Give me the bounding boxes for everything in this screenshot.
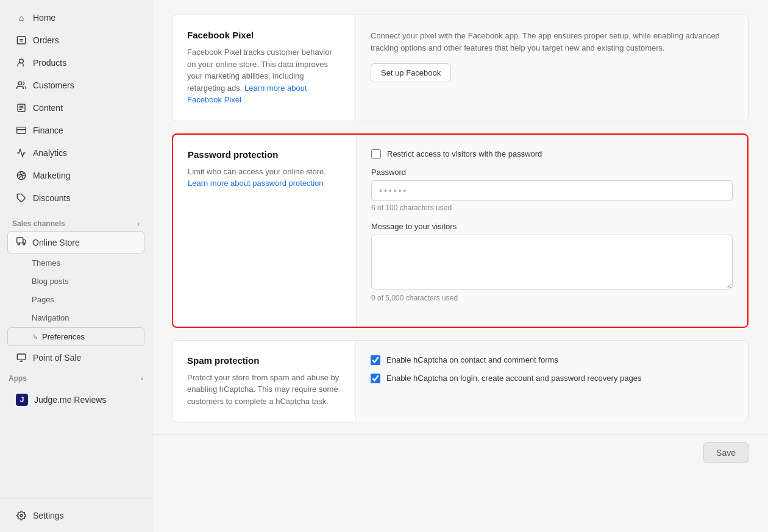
sidebar-item-label: Finance (33, 126, 63, 135)
analytics-icon (16, 147, 27, 158)
sidebar-item-judgeme[interactable]: J Judge.me Reviews (7, 388, 144, 411)
sidebar-item-home[interactable]: ⌂ Home (7, 7, 144, 29)
sidebar-item-label: Products (33, 58, 66, 68)
online-store-icon (16, 236, 26, 248)
content-icon (16, 102, 27, 113)
restrict-access-checkbox[interactable] (371, 149, 381, 159)
sidebar-item-products[interactable]: Products (7, 52, 144, 74)
password-form-group: Password 6 of 100 characters used (371, 168, 733, 212)
sidebar-sub-themes[interactable]: Themes (7, 254, 144, 272)
password-input[interactable] (371, 180, 733, 201)
facebook-pixel-card: Facebook Pixel Facebook Pixel tracks cus… (172, 15, 748, 121)
online-store-label: Online Store (32, 238, 80, 247)
products-icon (16, 57, 27, 68)
sidebar-sub-pages[interactable]: Pages (7, 291, 144, 308)
svg-marker-14 (23, 239, 26, 243)
password-protection-left: Password protection Limit who can access… (173, 135, 356, 327)
svg-rect-13 (17, 238, 23, 243)
facebook-pixel-title: Facebook Pixel (187, 30, 341, 40)
sidebar-item-customers[interactable]: Customers (7, 74, 144, 96)
facebook-pixel-left: Facebook Pixel Facebook Pixel tracks cus… (172, 15, 355, 121)
home-icon: ⌂ (16, 12, 27, 23)
sidebar-item-label: Home (33, 13, 55, 23)
discounts-icon (16, 193, 27, 204)
sidebar-item-label: Marketing (33, 171, 70, 180)
svg-rect-17 (17, 354, 25, 360)
sidebar-item-content[interactable]: Content (7, 97, 144, 119)
sidebar-sub-preferences[interactable]: ↳ Preferences (7, 327, 144, 346)
svg-rect-0 (17, 37, 25, 44)
spam-protection-card: Spam protection Protect your store from … (172, 340, 748, 423)
sidebar-sub-blog-posts[interactable]: Blog posts (7, 272, 144, 290)
svg-point-20 (20, 514, 23, 517)
save-bar: Save (152, 434, 768, 470)
hcaptcha-login-label[interactable]: Enable hCaptcha on login, create account… (386, 374, 641, 383)
hcaptcha-contact-checkbox[interactable] (371, 355, 380, 365)
password-protection-card: Password protection Limit who can access… (172, 133, 748, 328)
marketing-icon (16, 170, 27, 181)
sidebar-item-discounts[interactable]: Discounts (7, 187, 144, 209)
password-protection-link[interactable]: Learn more about password protection (188, 179, 324, 188)
hcaptcha-contact-row: Enable hCaptcha on contact and comment f… (371, 355, 733, 365)
sales-channels-expand-icon[interactable]: › (137, 220, 140, 227)
sidebar: ⌂ Home Orders Products Customers Conte (0, 0, 152, 532)
hcaptcha-login-row: Enable hCaptcha on login, create account… (371, 374, 733, 383)
svg-rect-9 (17, 127, 26, 134)
spam-protection-right: Enable hCaptcha on contact and comment f… (355, 341, 748, 422)
pos-icon (16, 352, 27, 363)
sidebar-item-orders[interactable]: Orders (7, 29, 144, 51)
main-content: Facebook Pixel Facebook Pixel tracks cus… (152, 0, 768, 532)
spam-protection-left: Spam protection Protect your store from … (172, 341, 355, 422)
sidebar-item-label: Discounts (33, 193, 70, 203)
sidebar-item-settings[interactable]: Settings (7, 505, 144, 527)
sidebar-item-label: Customers (33, 80, 74, 90)
facebook-pixel-right-description: Connect your pixel with the Facebook app… (371, 30, 733, 54)
sidebar-settings: Settings (0, 498, 152, 532)
svg-point-16 (23, 243, 25, 245)
customers-icon (16, 80, 27, 91)
apps-section-header: Apps › (0, 369, 152, 388)
sidebar-item-marketing[interactable]: Marketing (7, 165, 144, 186)
svg-point-4 (18, 82, 21, 85)
sidebar-item-pos[interactable]: Point of Sale (7, 347, 144, 369)
hcaptcha-contact-label[interactable]: Enable hCaptcha on contact and comment f… (386, 355, 558, 364)
sales-channels-section: Sales channels › (0, 213, 152, 230)
message-label: Message to your visitors (371, 222, 733, 231)
preferences-indent-icon: ↳ (32, 333, 38, 341)
password-protection-description: Limit who can access your online store. … (188, 166, 341, 190)
settings-icon (16, 510, 27, 521)
restrict-access-label[interactable]: Restrict access to visitors with the pas… (387, 149, 542, 158)
restrict-access-row: Restrict access to visitors with the pas… (371, 149, 733, 159)
spam-protection-title: Spam protection (187, 355, 341, 366)
pos-label: Point of Sale (33, 353, 81, 363)
setup-facebook-button[interactable]: Set up Facebook (371, 63, 451, 82)
password-protection-right: Restrict access to visitors with the pas… (356, 135, 747, 327)
sidebar-item-label: Content (33, 103, 63, 113)
sidebar-sub-navigation[interactable]: Navigation (7, 309, 144, 327)
facebook-pixel-right: Connect your pixel with the Facebook app… (355, 15, 748, 121)
apps-expand-icon[interactable]: › (141, 375, 143, 382)
sidebar-item-label: Orders (33, 35, 59, 45)
message-char-count: 0 of 5,000 characters used (371, 294, 733, 302)
spam-protection-description: Protect your store from spam and abuse b… (187, 372, 341, 408)
message-textarea[interactable] (371, 235, 733, 289)
password-label: Password (371, 168, 733, 177)
orders-icon (16, 35, 27, 46)
settings-label: Settings (33, 511, 64, 520)
sidebar-item-finance[interactable]: Finance (7, 119, 144, 141)
svg-point-15 (18, 243, 20, 245)
facebook-pixel-description: Facebook Pixel tracks customer behavior … (187, 46, 341, 106)
hcaptcha-login-checkbox[interactable] (371, 374, 380, 383)
message-form-group: Message to your visitors 0 of 5,000 char… (371, 222, 733, 302)
finance-icon (16, 125, 27, 136)
save-button[interactable]: Save (703, 442, 748, 463)
sidebar-item-analytics[interactable]: Analytics (7, 142, 144, 164)
sidebar-item-online-store[interactable]: Online Store (7, 231, 144, 254)
judgeme-icon: J (16, 394, 28, 406)
password-char-count: 6 of 100 characters used (371, 204, 733, 212)
sidebar-item-label: Analytics (33, 148, 67, 158)
password-protection-title: Password protection (188, 149, 341, 160)
